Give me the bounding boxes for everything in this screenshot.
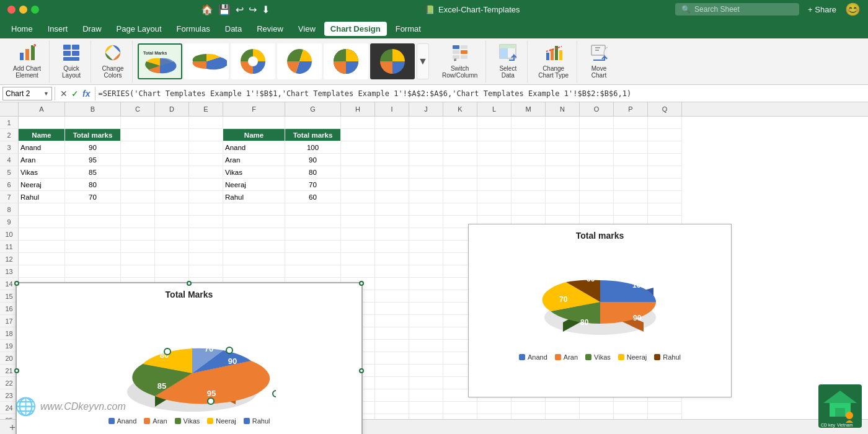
cell-L1[interactable]	[477, 117, 512, 129]
cell-C5[interactable]	[121, 166, 155, 179]
cell-Q4[interactable]	[648, 154, 682, 166]
cell-H1[interactable]	[341, 117, 375, 129]
cell-D1[interactable]	[155, 117, 189, 129]
cell-I24[interactable]	[375, 402, 409, 414]
cell-J1[interactable]	[409, 117, 443, 129]
chart-style-2[interactable]	[184, 43, 229, 79]
cell-H11[interactable]	[341, 241, 375, 253]
cell-M1[interactable]	[512, 117, 546, 129]
cell-J3[interactable]	[409, 141, 443, 154]
cell-G4[interactable]: 90	[285, 154, 341, 166]
change-chart-type-button[interactable]: ChangeChart Type	[535, 42, 572, 81]
cell-H12[interactable]	[341, 253, 375, 265]
row-number[interactable]: 3	[0, 141, 19, 154]
add-chart-element-button[interactable]: + Add ChartElement	[10, 42, 44, 81]
name-box[interactable]: Chart 2 ▼	[2, 87, 52, 100]
cell-I7[interactable]	[375, 191, 409, 203]
cell-L2[interactable]	[477, 129, 512, 141]
cell-A3[interactable]: Anand	[19, 141, 65, 154]
nav-icon-home[interactable]: 🏠	[201, 4, 213, 16]
cell-L5[interactable]	[477, 166, 512, 179]
cell-C1[interactable]	[121, 117, 155, 129]
cell-K2[interactable]	[443, 129, 477, 141]
cell-H2[interactable]	[341, 129, 375, 141]
cell-Q6[interactable]	[648, 179, 682, 191]
cell-F8[interactable]	[223, 203, 285, 216]
cell-G8[interactable]	[285, 203, 341, 216]
cell-H10[interactable]	[341, 228, 375, 241]
cell-I22[interactable]	[375, 377, 409, 389]
cell-C4[interactable]	[121, 154, 155, 166]
cell-F1[interactable]	[223, 117, 285, 129]
handle-tr[interactable]	[359, 281, 364, 286]
cell-C3[interactable]	[121, 141, 155, 154]
cell-B4[interactable]: 95	[65, 154, 121, 166]
cell-K4[interactable]	[443, 154, 477, 166]
cell-E13[interactable]	[189, 265, 223, 278]
cell-M24[interactable]	[512, 402, 546, 414]
cell-N25[interactable]	[546, 414, 580, 419]
col-header-K[interactable]: K	[443, 102, 477, 116]
row-number[interactable]: 9	[0, 216, 19, 228]
cell-B1[interactable]	[65, 117, 121, 129]
cell-P4[interactable]	[614, 154, 648, 166]
cell-G12[interactable]	[285, 253, 341, 265]
cell-P2[interactable]	[614, 129, 648, 141]
col-header-A[interactable]: A	[19, 102, 65, 116]
cell-I20[interactable]	[375, 352, 409, 365]
close-button[interactable]	[7, 6, 16, 14]
cell-J7[interactable]	[409, 191, 443, 203]
cell-G13[interactable]	[285, 265, 341, 278]
cell-O7[interactable]	[580, 191, 614, 203]
cell-F2[interactable]: Name	[223, 129, 285, 141]
cell-C6[interactable]	[121, 179, 155, 191]
nav-icon-redo[interactable]: ↪	[249, 4, 257, 16]
cell-J15[interactable]	[409, 290, 443, 303]
cell-F5[interactable]: Vikas	[223, 166, 285, 179]
handle-ml[interactable]	[14, 368, 19, 373]
handle-mr[interactable]	[359, 368, 364, 373]
cell-H13[interactable]	[341, 265, 375, 278]
change-colors-button[interactable]: ChangeColors	[99, 42, 127, 81]
col-header-M[interactable]: M	[512, 102, 546, 116]
cell-A12[interactable]	[19, 253, 65, 265]
cell-K25[interactable]	[443, 414, 477, 419]
cell-J6[interactable]	[409, 179, 443, 191]
col-header-L[interactable]: L	[477, 102, 512, 116]
select-data-button[interactable]: SelectData	[494, 42, 522, 81]
cell-P24[interactable]	[614, 402, 648, 414]
cell-K3[interactable]	[443, 141, 477, 154]
cell-N1[interactable]	[546, 117, 580, 129]
menu-insert[interactable]: Insert	[42, 22, 74, 36]
cell-H7[interactable]	[341, 191, 375, 203]
cell-J21[interactable]	[409, 365, 443, 377]
cell-J2[interactable]	[409, 129, 443, 141]
cell-E2[interactable]	[189, 129, 223, 141]
cell-D10[interactable]	[155, 228, 189, 241]
cell-L25[interactable]	[477, 414, 512, 419]
col-header-P[interactable]: P	[614, 102, 648, 116]
cell-B12[interactable]	[65, 253, 121, 265]
name-box-dropdown-icon[interactable]: ▼	[43, 87, 49, 100]
cell-J23[interactable]	[409, 389, 443, 402]
share-button[interactable]: + Share	[808, 5, 836, 14]
cell-B3[interactable]: 90	[65, 141, 121, 154]
cell-E7[interactable]	[189, 191, 223, 203]
cell-E10[interactable]	[189, 228, 223, 241]
cell-I18[interactable]	[375, 327, 409, 340]
cell-A9[interactable]	[19, 216, 65, 228]
cell-K24[interactable]	[443, 402, 477, 414]
row-number[interactable]: 2	[0, 129, 19, 141]
menu-formulas[interactable]: Formulas	[170, 22, 216, 36]
chart-style-5[interactable]	[324, 43, 368, 79]
cell-N24[interactable]	[546, 402, 580, 414]
confirm-formula-icon[interactable]: ✓	[71, 89, 79, 99]
cell-Q7[interactable]	[648, 191, 682, 203]
cell-O8[interactable]	[580, 203, 614, 216]
row-number[interactable]: 6	[0, 179, 19, 191]
cell-H3[interactable]	[341, 141, 375, 154]
cell-F6[interactable]: Neeraj	[223, 179, 285, 191]
cell-D7[interactable]	[155, 191, 189, 203]
cell-I16[interactable]	[375, 303, 409, 315]
cell-N8[interactable]	[546, 203, 580, 216]
